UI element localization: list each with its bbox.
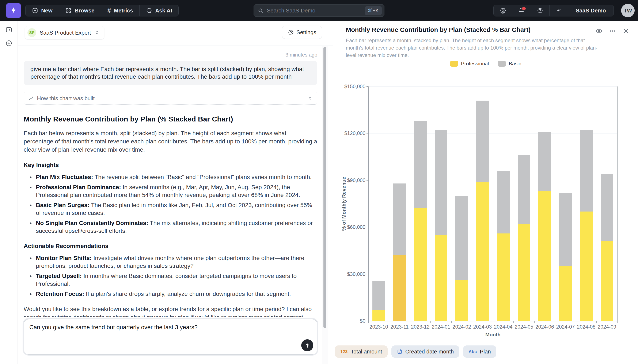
settings-gear-button[interactable] — [494, 5, 512, 16]
list-item: Targeted Upsell: In months where Basic d… — [35, 272, 317, 288]
bar-segment-professional-2023-12[interactable] — [414, 208, 427, 321]
gridline — [368, 86, 617, 87]
chart-panel: Monthly Revenue Contribution by Plan (St… — [333, 21, 638, 364]
y-axis-tick-label: $60,000 — [334, 224, 366, 230]
global-search[interactable]: ⌘+K — [253, 4, 385, 17]
bar-segment-professional-2023-10[interactable] — [372, 310, 385, 321]
y-axis-tick — [367, 227, 368, 227]
x-axis-tick — [555, 321, 555, 323]
key-insights-title: Key Insights — [24, 162, 317, 168]
settings-button-label: Settings — [296, 29, 316, 36]
message-composer: Can you give the same trend but quarterl… — [24, 319, 317, 354]
bar-segment-basic-2023-11[interactable] — [393, 184, 406, 256]
x-axis-tick — [493, 321, 493, 323]
agent-name: SaaS Product Expert — [40, 30, 91, 36]
list-item: Professional Plan Dominance: In several … — [35, 183, 317, 199]
plus-square-icon — [32, 8, 38, 14]
bar-segment-professional-2024-02[interactable] — [455, 280, 468, 321]
x-axis-tick-label: 2024-04 — [493, 324, 514, 330]
toggle-sidebar-button[interactable] — [5, 26, 13, 33]
metrics-button[interactable]: # Metrics — [101, 5, 139, 16]
ask-ai-button-label: Ask AI — [155, 8, 172, 14]
org-name: SaaS Demo — [576, 8, 606, 14]
bar-segment-professional-2024-06[interactable] — [538, 191, 551, 321]
y-axis-tick-label: $90,000 — [334, 177, 366, 183]
new-thread-button[interactable] — [5, 40, 13, 47]
x-axis-tick — [410, 321, 410, 323]
recommendations-title: Actionable Recommendations — [24, 243, 317, 250]
send-button[interactable] — [301, 339, 313, 351]
ai-sparkles-button[interactable] — [549, 5, 568, 16]
top-navbar: New Browse # Metrics Ask AI ⌘+K — [0, 0, 638, 21]
field-tag-created-date-month[interactable]: 1 Created date month — [391, 346, 459, 358]
browse-button[interactable]: Browse — [59, 5, 101, 16]
y-axis-tick-label: $150,000 — [334, 84, 366, 90]
new-button[interactable]: New — [26, 5, 59, 16]
hash-icon: # — [107, 8, 111, 14]
chevron-up-down-icon — [308, 96, 312, 100]
bar-segment-professional-2024-01[interactable] — [435, 235, 447, 321]
bar-segment-basic-2024-02[interactable] — [455, 196, 468, 280]
panel-left-icon — [5, 26, 13, 33]
user-avatar[interactable]: TW — [621, 4, 634, 17]
x-axis-tick-label: 2023-10 — [368, 324, 389, 330]
help-button[interactable] — [531, 5, 549, 16]
list-item: Monitor Plan Shifts: Investigate what dr… — [35, 254, 317, 270]
bar-segment-basic-2024-09[interactable] — [601, 174, 613, 241]
gear-icon — [288, 29, 294, 35]
agent-avatar: SP — [28, 28, 36, 37]
svg-text:1: 1 — [399, 351, 400, 354]
arrow-up-icon — [304, 342, 310, 348]
stacked-bar-chart: % of Monthly Revenue Month $0$30,000$60,… — [333, 21, 638, 364]
left-rail — [0, 21, 18, 364]
y-axis-tick — [367, 274, 368, 274]
field-tags-row: 123 Total amount 1 Created date month Ab… — [335, 346, 496, 358]
agent-selector[interactable]: SP SaaS Product Expert — [25, 26, 104, 40]
y-axis-tick-label: $120,000 — [334, 130, 366, 136]
bar-segment-basic-2024-03[interactable] — [476, 100, 489, 182]
search-icon — [257, 8, 263, 14]
bar-segment-basic-2024-01[interactable] — [435, 130, 447, 235]
user-message-bubble: give me a bar chart where Each bar repre… — [24, 61, 317, 85]
org-switcher[interactable]: SaaS Demo — [568, 5, 613, 16]
bar-segment-professional-2023-11[interactable] — [393, 256, 406, 321]
bar-segment-professional-2024-05[interactable] — [518, 224, 530, 321]
bar-segment-professional-2024-04[interactable] — [497, 234, 510, 321]
bar-segment-professional-2024-03[interactable] — [476, 182, 489, 321]
bar-segment-basic-2024-05[interactable] — [518, 155, 530, 224]
search-input[interactable] — [266, 7, 365, 14]
key-insights-list: Plan Mix Fluctuates: The revenue split b… — [24, 173, 317, 235]
field-tag-total-amount[interactable]: 123 Total amount — [335, 346, 388, 358]
bar-segment-basic-2023-12[interactable] — [414, 121, 427, 208]
notifications-button[interactable] — [512, 5, 531, 16]
numeric-field-icon: 123 — [340, 349, 348, 354]
x-axis-tick-label: 2024-07 — [555, 324, 576, 330]
bar-segment-basic-2024-04[interactable] — [497, 171, 510, 234]
bar-segment-basic-2024-07[interactable] — [559, 193, 572, 266]
plot-right-border — [617, 86, 617, 321]
app-logo[interactable] — [6, 3, 21, 18]
agent-settings-button[interactable]: Settings — [282, 26, 322, 39]
how-chart-built-expander[interactable]: How this chart was built — [24, 92, 317, 104]
x-axis-tick — [451, 321, 452, 323]
composer-input[interactable]: Can you give the same trend but quarterl… — [24, 319, 317, 354]
y-axis-tick — [367, 86, 368, 87]
x-axis-tick-label: 2024-02 — [451, 324, 472, 330]
chat-thread: 3 minutes ago give me a bar chart where … — [24, 52, 317, 317]
x-axis-tick-label: 2024-09 — [597, 324, 617, 330]
bar-segment-basic-2024-06[interactable] — [538, 132, 551, 191]
bar-segment-professional-2024-08[interactable] — [580, 212, 593, 321]
y-axis-tick-label: $0 — [334, 318, 366, 324]
bar-segment-basic-2023-10[interactable] — [372, 281, 385, 310]
chat-scrollbar-thumb[interactable] — [324, 47, 326, 328]
bar-segment-professional-2024-09[interactable] — [601, 241, 613, 321]
bar-segment-basic-2024-08[interactable] — [580, 130, 593, 212]
chat-header: SP SaaS Product Expert Settings — [18, 21, 333, 46]
ask-ai-button[interactable]: Ask AI — [139, 5, 178, 16]
field-tag-plan[interactable]: Abc Plan — [463, 346, 496, 358]
browse-button-label: Browse — [75, 8, 94, 14]
grid-icon — [65, 8, 72, 14]
plus-circle-icon — [5, 40, 13, 47]
question-circle-icon — [537, 8, 543, 14]
bar-segment-professional-2024-07[interactable] — [559, 266, 572, 321]
